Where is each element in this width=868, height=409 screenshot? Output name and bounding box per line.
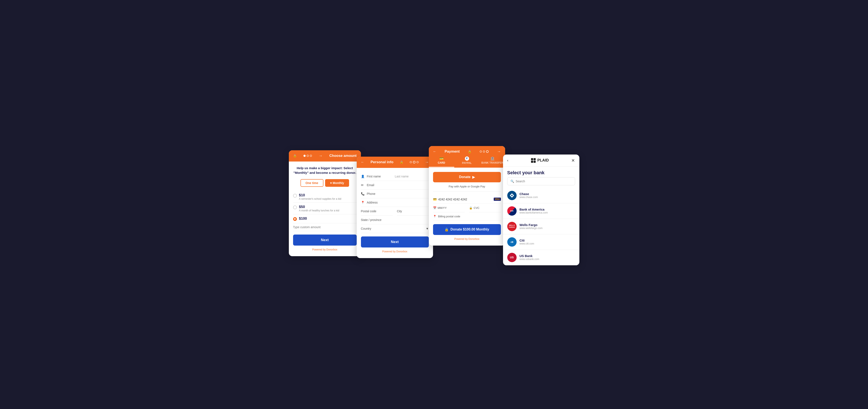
phone-field[interactable]: 📞 Phone [361, 189, 429, 198]
calendar-icon: 📅 [433, 206, 436, 209]
dot3-2 [483, 150, 485, 153]
wellsfargo-info: Wells Fargo www.wellsfargo.com [520, 223, 543, 230]
last-name-field[interactable]: Last name [395, 172, 429, 181]
one-time-btn[interactable]: One time [301, 179, 323, 187]
tab-bank-transfer[interactable]: 🏦 BANK TRANSFER [480, 154, 505, 168]
first-name-label: First name [367, 175, 395, 178]
dropdown-arrow-icon: ▼ [426, 227, 429, 230]
email-field[interactable]: ✉ Email [361, 181, 429, 189]
wellsfargo-logo: WELLS FARGO [507, 222, 517, 231]
card2-header: ← Personal info 🔒 → [357, 157, 433, 168]
frequency-toggle: One time ♥ Monthly [293, 179, 357, 187]
first-name-field[interactable]: 👤 First name [361, 172, 395, 181]
amount-desc-50: A month of healthy lunches for a kid [299, 209, 339, 212]
bank-search-box[interactable]: 🔍 [507, 177, 575, 185]
state-field[interactable]: State / province [361, 216, 429, 224]
lock-icon-2: 🔒 [400, 160, 403, 164]
person-icon: 👤 [361, 175, 365, 178]
card1-body: Help us make a bigger impact: Select "Mo… [289, 162, 361, 256]
choose-amount-card: 🔒 → Choose amount Help us make a bigger … [289, 150, 361, 256]
postal-code-field[interactable]: Postal code [361, 207, 393, 216]
card1-title: Choose amount [329, 154, 356, 158]
payment-tabs: 💳 CARD P PAYPAL 🏦 BANK TRANSFER [429, 154, 505, 168]
radio-100[interactable] [293, 217, 297, 221]
progress-dots [304, 155, 312, 157]
bank-item-wellsfargo[interactable]: WELLS FARGO Wells Fargo www.wellsfargo.c… [503, 219, 579, 234]
name-row: 👤 First name Last name [361, 172, 429, 181]
powered-by-1: Powered by Donorbox [293, 248, 357, 252]
country-field[interactable]: Country ▼ [361, 224, 429, 233]
back-arrow-icon[interactable]: ← [361, 160, 364, 164]
paypal-tab-icon: P [465, 156, 469, 161]
plaid-grid-icon [531, 158, 536, 163]
card-icon: 💳 [433, 198, 437, 201]
next-button-1[interactable]: Next [293, 235, 357, 245]
cvc-field[interactable]: 🔒 CVC [469, 204, 501, 212]
wellsfargo-name: Wells Fargo [520, 223, 543, 227]
forward-arrow-icon[interactable]: → [319, 154, 322, 158]
billing-postal-row[interactable]: 📍 Billing postal code [433, 212, 501, 221]
chase-url: www.chase.com [520, 196, 538, 199]
postal-city-row: Postal code City [361, 207, 429, 216]
forward-arrow-icon-3[interactable]: → [497, 149, 501, 154]
powered-by-2: Powered by Donorbox [361, 250, 429, 254]
monthly-btn[interactable]: ♥ Monthly [325, 179, 349, 187]
card3-body: Donate ▶ Pay with Apple or Google Pay 💳 … [429, 168, 505, 245]
bank-item-bofa[interactable]: BofA Bank of America www.bankofamerica.c… [503, 203, 579, 219]
payment-card: ← Payment 🔒 → 💳 CARD P PAYPAL 🏦 BANK TRA… [429, 146, 505, 245]
amount-value-10: $10 [299, 193, 341, 197]
last-name-label: Last name [395, 175, 429, 178]
expiry-field[interactable]: 📅 MM/YY [433, 204, 465, 212]
card-number-row[interactable]: 💳 4242 4242 4242 4242 VISA [433, 195, 501, 204]
citi-logo: citi [507, 237, 517, 246]
tagline-text: Help us make a bigger impact: Select "Mo… [293, 166, 357, 175]
bank-list: Chase www.chase.com BofA Bank of America… [503, 188, 579, 265]
lock-icon: 🔒 [293, 154, 297, 157]
radio-10[interactable] [293, 194, 297, 198]
close-button[interactable]: ✕ [571, 158, 575, 163]
lock-icon-3: 🔒 [468, 150, 471, 153]
donate-blue-button[interactable]: 🔒 Donate $100.00 Monthly [433, 224, 501, 235]
donate-orange-button[interactable]: Donate ▶ [433, 172, 501, 182]
email-label: Email [367, 183, 429, 187]
bofa-url: www.bankofamerica.com [520, 211, 548, 214]
citi-info: Citi www.citi.com [520, 239, 534, 245]
bank-item-citi[interactable]: citi Citi www.citi.com [503, 234, 579, 250]
next-button-2[interactable]: Next [361, 236, 429, 247]
bofa-name: Bank of America [520, 208, 548, 211]
card-tab-icon: 💳 [439, 156, 444, 160]
card2-title: Personal info [371, 160, 393, 164]
chase-info: Chase www.chase.com [520, 192, 538, 199]
bank-back-icon[interactable]: ‹ [507, 158, 508, 163]
lock-small-icon: 🔒 [469, 206, 472, 209]
amount-option-100[interactable]: $100 [293, 214, 357, 223]
custom-amount-input[interactable] [293, 223, 357, 231]
dot-2 [307, 155, 309, 157]
bank-header: ‹ PLAID ✕ [503, 154, 579, 167]
svg-rect-2 [511, 195, 513, 196]
bank-item-usbank[interactable]: US US Bank www.usbank.com [503, 250, 579, 265]
select-bank-card: ‹ PLAID ✕ Select your bank 🔍 [503, 154, 579, 265]
dot-3 [310, 155, 312, 157]
dot3-3 [486, 150, 489, 153]
select-bank-title: Select your bank [503, 167, 579, 177]
back-arrow-icon-3[interactable]: ← [433, 150, 436, 153]
dot2-1 [410, 161, 412, 163]
amount-option-10[interactable]: $10 A semester's school supplies for a k… [293, 191, 357, 203]
tab-card[interactable]: 💳 CARD [429, 154, 454, 168]
city-field[interactable]: City [397, 207, 429, 216]
dot2-2 [413, 161, 415, 164]
bank-item-chase[interactable]: Chase www.chase.com [503, 188, 579, 203]
email-icon: ✉ [361, 183, 365, 187]
card3-title: Payment [445, 149, 460, 154]
tab-paypal[interactable]: P PAYPAL [454, 154, 480, 168]
radio-50[interactable] [293, 205, 297, 209]
amount-desc-10: A semester's school supplies for a kid [299, 197, 341, 200]
address-field[interactable]: 📍 Address [361, 198, 429, 207]
forward-arrow-icon-2[interactable]: → [425, 160, 429, 165]
bank-search-input[interactable] [516, 180, 572, 183]
heart-icon: ♥ [330, 181, 332, 185]
dot2-3 [416, 161, 418, 163]
amount-option-50[interactable]: $50 A month of healthy lunches for a kid [293, 203, 357, 214]
phone-icon: 📞 [361, 192, 365, 196]
